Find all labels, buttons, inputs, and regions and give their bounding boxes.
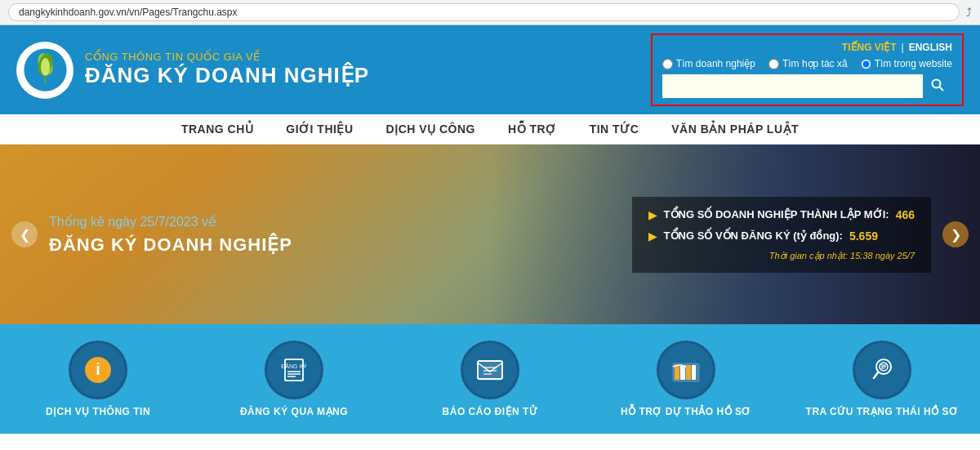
info-icon: i — [83, 355, 113, 385]
banner-prev-button[interactable]: ❮ — [11, 221, 38, 247]
stat-update-time: Thời gian cập nhật: 15:38 ngày 25/7 — [648, 251, 915, 261]
logo-area: CỔNG THÔNG TIN QUỐC GIA VỀ ĐĂNG KÝ DOANH… — [16, 42, 369, 99]
stat1-value: 466 — [896, 208, 915, 221]
service-dang-ky-qua-mang[interactable]: ĐĂNG KÝ ĐĂNG KÝ QUA MẠNG — [212, 341, 376, 417]
banner-next-button[interactable]: ❯ — [942, 221, 969, 247]
service-label-bao-cao-dien-tu: BÁO CÁO ĐIỆN TỬ — [443, 406, 538, 417]
search-icon — [931, 78, 944, 91]
service-icon-info-wrap: i — [69, 341, 127, 399]
svg-text:i: i — [96, 360, 100, 378]
services-section: i DỊCH VỤ THÔNG TIN ĐĂNG KÝ ĐĂNG KÝ QUA … — [0, 324, 980, 434]
stat1-label: TỔNG SỐ DOANH NGHIỆP THÀNH LẬP MỚI: — [664, 208, 889, 221]
email-icon — [475, 355, 505, 385]
nav-van-ban-phap-luat[interactable]: VĂN BẢN PHÁP LUẬT — [671, 123, 799, 136]
banner-date-line: Thống kê ngày 25/7/2023 về — [49, 214, 583, 229]
nav-dich-vu-cong[interactable]: DỊCH VỤ CÔNG — [386, 123, 475, 136]
svg-point-3 — [41, 58, 50, 76]
service-label-dich-vu-thong-tin: DỊCH VỤ THÔNG TIN — [46, 406, 150, 417]
navbar: TRANG CHỦ GIỚI THIỆU DỊCH VỤ CÔNG HỖ TRỢ… — [0, 114, 980, 145]
logo-svg — [23, 47, 68, 92]
svg-rect-22 — [680, 365, 685, 380]
lang-divider: | — [902, 42, 904, 53]
stat-row-1: ▶ TỔNG SỐ DOANH NGHIỆP THÀNH LẬP MỚI: 46… — [648, 208, 915, 221]
register-icon: ĐĂNG KÝ — [279, 355, 309, 385]
search-doc-icon — [867, 355, 897, 385]
nav-tin-tuc[interactable]: TIN TỨC — [590, 123, 639, 136]
folder-icon — [671, 355, 701, 385]
address-bar: dangkykinhdoanh.gov.vn/vn/Pages/Trangchu… — [0, 0, 980, 25]
lang-vi-link[interactable]: TIẾNG VIỆT — [842, 42, 897, 53]
svg-rect-23 — [686, 365, 691, 380]
service-label-tra-cuu-trang-thai-ho-so: TRA CỨU TRẠNG THÁI HỒ SƠ — [806, 406, 959, 417]
share-icon: ⤴ — [966, 6, 972, 19]
lang-en-link[interactable]: ENGLISH — [909, 42, 952, 53]
svg-text:ĐĂNG KÝ: ĐĂNG KÝ — [281, 363, 307, 369]
logo-title: ĐĂNG KÝ DOANH NGHIỆP — [85, 63, 369, 88]
search-lang: TIẾNG VIỆT | ENGLISH — [662, 42, 952, 53]
search-radio-group: Tìm doanh nghiệp Tìm hợp tác xã Tìm tron… — [662, 58, 952, 69]
service-icon-email-wrap — [461, 341, 519, 399]
service-ho-tro-du-thao-ho-so[interactable]: HỖ TRỢ DỰ THẢO HỒ SƠ — [604, 341, 768, 417]
banner-left-content: Thống kê ngày 25/7/2023 về ĐĂNG KÝ DOANH… — [0, 198, 632, 272]
svg-rect-21 — [675, 365, 679, 380]
stat2-label: TỔNG SỐ VỐN ĐĂNG KÝ (tỷ đồng): — [664, 229, 843, 242]
logo-circle — [16, 42, 74, 99]
stat-row-2: ▶ TỔNG SỐ VỐN ĐĂNG KÝ (tỷ đồng): 5.659 — [648, 229, 915, 243]
header: CỔNG THÔNG TIN QUỐC GIA VỀ ĐĂNG KÝ DOANH… — [0, 25, 980, 114]
radio-hop-tac-xa[interactable]: Tìm hợp tác xã — [768, 58, 848, 69]
nav-ho-tro[interactable]: HỖ TRỢ — [508, 123, 557, 136]
banner-main-title: ĐĂNG KÝ DOANH NGHIỆP — [49, 234, 583, 256]
url-text: dangkykinhdoanh.gov.vn/vn/Pages/Trangchu… — [8, 3, 960, 21]
radio-doanh-nghiep[interactable]: Tìm doanh nghiệp — [662, 58, 755, 69]
service-label-ho-tro-du-thao-ho-so: HỖ TRỢ DỰ THẢO HỒ SƠ — [621, 406, 751, 417]
radio-hop-tac-xa-input[interactable] — [768, 59, 779, 69]
service-tra-cuu-trang-thai-ho-so[interactable]: TRA CỨU TRẠNG THÁI HỒ SƠ — [800, 341, 964, 417]
search-input-row — [662, 74, 952, 98]
search-area: TIẾNG VIỆT | ENGLISH Tìm doanh nghiệp Tì… — [651, 33, 964, 106]
logo-subtitle: CỔNG THÔNG TIN QUỐC GIA VỀ — [85, 51, 369, 63]
stat2-arrow: ▶ — [648, 229, 657, 243]
service-dich-vu-thong-tin[interactable]: i DỊCH VỤ THÔNG TIN — [16, 341, 180, 417]
radio-doanh-nghiep-input[interactable] — [662, 59, 673, 69]
svg-line-6 — [940, 87, 944, 91]
radio-website[interactable]: Tìm trong website — [861, 58, 952, 69]
stat1-arrow: ▶ — [648, 208, 657, 221]
service-icon-folder-wrap — [657, 341, 715, 399]
banner: ❮ Thống kê ngày 25/7/2023 về ĐĂNG KÝ DOA… — [0, 145, 980, 324]
nav-gioi-thieu[interactable]: GIỚI THIỆU — [286, 123, 353, 136]
stats-panel: ▶ TỔNG SỐ DOANH NGHIỆP THÀNH LẬP MỚI: 46… — [632, 197, 931, 273]
service-bao-cao-dien-tu[interactable]: BÁO CÁO ĐIỆN TỬ — [408, 341, 572, 417]
nav-trang-chu[interactable]: TRANG CHỦ — [181, 123, 253, 136]
logo-text-area: CỔNG THÔNG TIN QUỐC GIA VỀ ĐĂNG KÝ DOANH… — [85, 51, 369, 88]
svg-rect-24 — [692, 365, 696, 380]
service-label-dang-ky-qua-mang: ĐĂNG KÝ QUA MẠNG — [240, 406, 348, 417]
search-input[interactable] — [662, 74, 923, 98]
stat2-value: 5.659 — [849, 229, 878, 243]
radio-website-input[interactable] — [861, 59, 871, 69]
service-icon-search-doc-wrap — [853, 341, 911, 399]
service-icon-register-wrap: ĐĂNG KÝ — [265, 341, 323, 399]
svg-line-27 — [874, 372, 878, 378]
search-button[interactable] — [923, 74, 952, 98]
svg-point-5 — [933, 80, 941, 88]
